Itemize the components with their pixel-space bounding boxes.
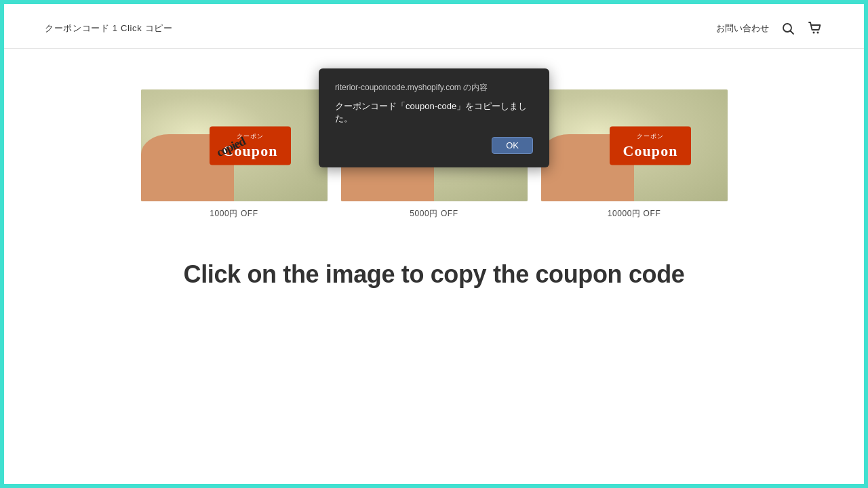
dialog-site: riterior-couponcode.myshopify.com の内容 <box>335 82 533 94</box>
dialog-ok-button[interactable]: OK <box>492 137 533 154</box>
dialog-footer: OK <box>335 137 533 154</box>
dialog-box: riterior-couponcode.myshopify.com の内容 クー… <box>319 68 549 167</box>
dialog-overlay: riterior-couponcode.myshopify.com の内容 クー… <box>4 4 864 484</box>
dialog-message: クーポンコード「coupon-code」をコピーしました。 <box>335 100 533 125</box>
